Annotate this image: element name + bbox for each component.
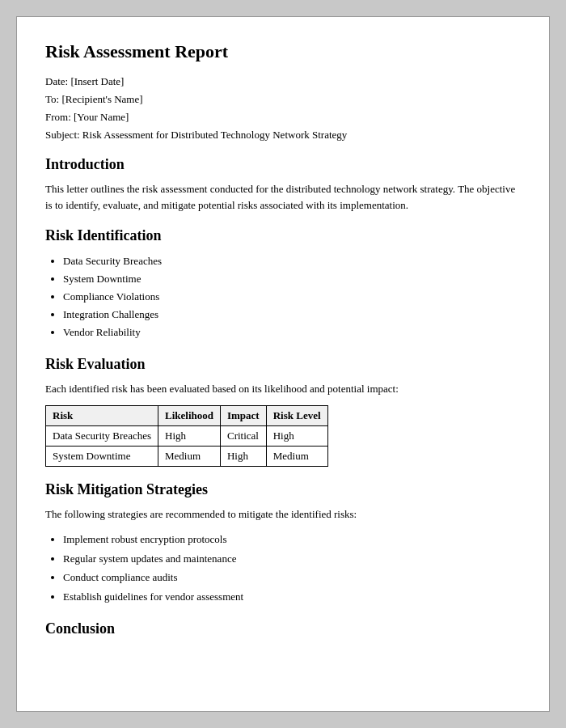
list-item: Implement robust encryption protocols xyxy=(63,530,521,548)
risk-evaluation-heading: Risk Evaluation xyxy=(45,356,521,373)
list-item: Compliance Violations xyxy=(63,288,521,306)
table-cell: Medium xyxy=(158,446,221,466)
list-item: Integration Challenges xyxy=(63,306,521,324)
list-item: Vendor Reliability xyxy=(63,324,521,341)
mitigation-list: Implement robust encryption protocols Re… xyxy=(63,530,521,606)
table-cell: Data Security Breaches xyxy=(46,425,158,446)
table-header-risk: Risk xyxy=(46,405,158,425)
list-item: Conduct compliance audits xyxy=(63,568,521,586)
risk-evaluation-intro: Each identified risk has been evaluated … xyxy=(45,381,521,397)
table-header-risk-level: Risk Level xyxy=(266,405,327,425)
table-cell: High xyxy=(158,425,221,446)
risk-mitigation-heading: Risk Mitigation Strategies xyxy=(45,481,521,498)
page-container: Risk Assessment Report Date: [Insert Dat… xyxy=(16,16,550,712)
meta-to: To: [Recipient's Name] xyxy=(45,93,521,106)
meta-date: Date: [Insert Date] xyxy=(45,75,521,88)
list-item: System Downtime xyxy=(63,270,521,288)
meta-subject: Subject: Risk Assessment for Distributed… xyxy=(45,129,521,142)
risk-identification-heading: Risk Identification xyxy=(45,227,521,244)
table-header-likelihood: Likelihood xyxy=(158,405,221,425)
table-cell: Medium xyxy=(266,446,327,466)
table-row: Data Security Breaches High Critical Hig… xyxy=(46,425,328,446)
list-item: Regular system updates and maintenance xyxy=(63,549,521,568)
introduction-body: This letter outlines the risk assessment… xyxy=(45,181,521,213)
risk-identification-list: Data Security Breaches System Downtime C… xyxy=(63,252,521,341)
table-header-impact: Impact xyxy=(220,405,266,425)
table-row: System Downtime Medium High Medium xyxy=(46,446,328,466)
report-title: Risk Assessment Report xyxy=(45,41,521,62)
list-item: Establish guidelines for vendor assessme… xyxy=(63,587,521,606)
risk-mitigation-intro: The following strategies are recommended… xyxy=(45,506,521,523)
table-cell: High xyxy=(220,446,266,466)
table-cell: System Downtime xyxy=(46,446,158,466)
list-item: Data Security Breaches xyxy=(63,252,521,270)
risk-table: Risk Likelihood Impact Risk Level Data S… xyxy=(45,405,328,467)
table-cell: Critical xyxy=(220,425,266,446)
meta-from: From: [Your Name] xyxy=(45,111,521,124)
introduction-heading: Introduction xyxy=(45,156,521,173)
conclusion-heading: Conclusion xyxy=(45,620,521,637)
table-cell: High xyxy=(266,425,327,446)
